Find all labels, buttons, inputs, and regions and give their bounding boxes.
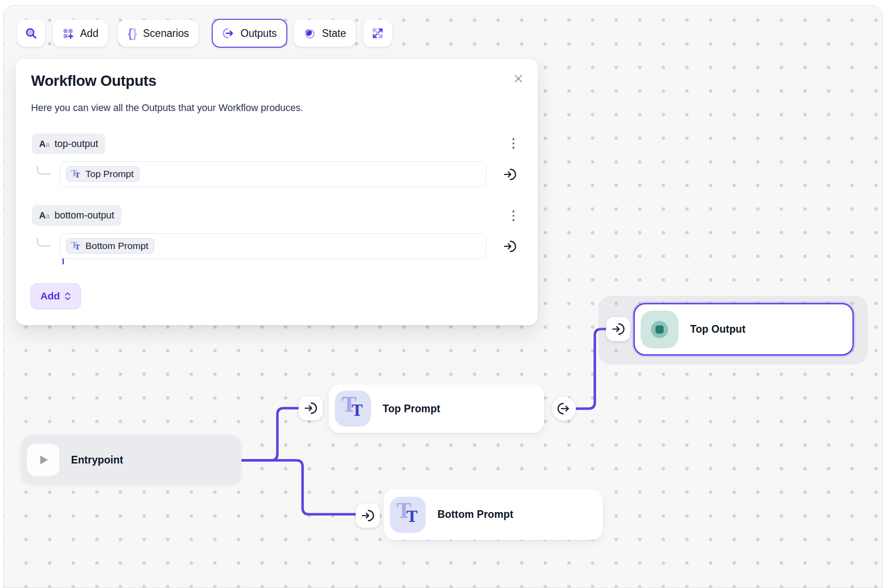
arrow-out-of-circle-icon	[557, 401, 571, 416]
bottom-prompt-input-port[interactable]	[356, 503, 380, 528]
add-button-label: Add	[80, 27, 98, 40]
chip-label: Top Prompt	[85, 169, 134, 179]
go-to-source-button[interactable]	[503, 167, 517, 182]
scenarios-button[interactable]: {} Scenarios	[118, 20, 198, 47]
text-type-icon: TT	[71, 168, 81, 180]
text-cursor	[62, 258, 64, 264]
play-icon	[27, 444, 59, 476]
search-icon	[24, 27, 38, 40]
node-label: Top Output	[690, 323, 745, 335]
node-label: Top Prompt	[383, 403, 440, 415]
top-prompt-input-port[interactable]	[299, 396, 323, 420]
workflow-outputs-panel: Workflow Outputs Here you can view all t…	[16, 59, 538, 325]
add-output-button[interactable]: Add	[31, 283, 81, 309]
text-type-glyph-small: T	[352, 402, 363, 419]
expand-button[interactable]	[363, 20, 392, 47]
close-icon	[513, 73, 524, 84]
panel-description: Here you can view all the Outputs that y…	[31, 102, 303, 114]
arrow-into-circle-icon	[361, 508, 375, 523]
output-menu-button[interactable]	[508, 134, 519, 152]
braces-icon: {}	[128, 27, 137, 40]
panel-title: Workflow Outputs	[31, 72, 156, 89]
output-value-input[interactable]: TT Bottom Prompt	[60, 233, 486, 259]
node-bottom-prompt[interactable]: T T Bottom Prompt	[384, 489, 603, 540]
state-button-label: State	[322, 27, 346, 40]
output-name: top-output	[54, 138, 98, 150]
text-type-glyph-small: T	[406, 508, 418, 526]
outputs-button[interactable]: Outputs	[212, 19, 287, 48]
output-name-badge[interactable]: Aa top-output	[32, 134, 105, 154]
scenarios-button-label: Scenarios	[143, 27, 189, 40]
arrow-into-circle-icon	[503, 167, 517, 182]
top-output-input-port[interactable]	[606, 317, 630, 341]
node-entrypoint[interactable]: Entrypoint	[21, 435, 241, 485]
go-to-source-button[interactable]	[503, 239, 517, 254]
search-button[interactable]	[17, 20, 45, 47]
node-top-output[interactable]: Top Output	[633, 303, 854, 356]
string-type-icon: Aa	[39, 139, 49, 149]
output-value-input[interactable]: TT Top Prompt	[60, 161, 486, 187]
arrow-into-circle-icon	[503, 239, 517, 254]
text-type-icon: TT	[71, 240, 81, 252]
node-label: Entrypoint	[71, 454, 123, 466]
grid-plus-icon	[62, 27, 74, 40]
node-label: Bottom Prompt	[437, 508, 513, 521]
output-menu-button[interactable]	[508, 207, 519, 225]
arrow-into-circle-icon	[303, 401, 318, 415]
add-output-label: Add	[40, 290, 60, 302]
string-type-icon: Aa	[39, 210, 49, 221]
tree-elbow-connector	[37, 166, 51, 174]
text-type-icon: T T	[335, 391, 371, 427]
node-top-prompt[interactable]: T T Top Prompt	[329, 384, 544, 433]
add-button[interactable]: Add	[53, 20, 108, 47]
edge-entrypoint-to-bottom-prompt	[241, 460, 357, 514]
text-type-icon: T T	[390, 497, 426, 533]
arrow-into-circle-icon	[611, 322, 625, 336]
state-button[interactable]: State	[294, 20, 356, 47]
node-reference-chip[interactable]: TT Bottom Prompt	[66, 238, 154, 254]
top-prompt-output-port[interactable]	[552, 396, 576, 421]
node-reference-chip[interactable]: TT Top Prompt	[66, 166, 139, 182]
output-name-badge[interactable]: Aa bottom-output	[32, 205, 121, 226]
output-name: bottom-output	[54, 210, 114, 221]
edge-entrypoint-to-top-prompt	[241, 408, 299, 460]
output-value-icon	[641, 311, 678, 348]
tree-elbow-connector	[37, 238, 51, 246]
close-button[interactable]	[510, 71, 526, 87]
chevron-up-down-icon	[64, 291, 71, 302]
arrow-out-of-circle-icon	[222, 27, 235, 40]
expand-arrows-icon	[371, 27, 384, 40]
eclipse-icon	[303, 27, 316, 40]
chip-label: Bottom Prompt	[85, 241, 148, 251]
outputs-button-label: Outputs	[241, 27, 277, 40]
